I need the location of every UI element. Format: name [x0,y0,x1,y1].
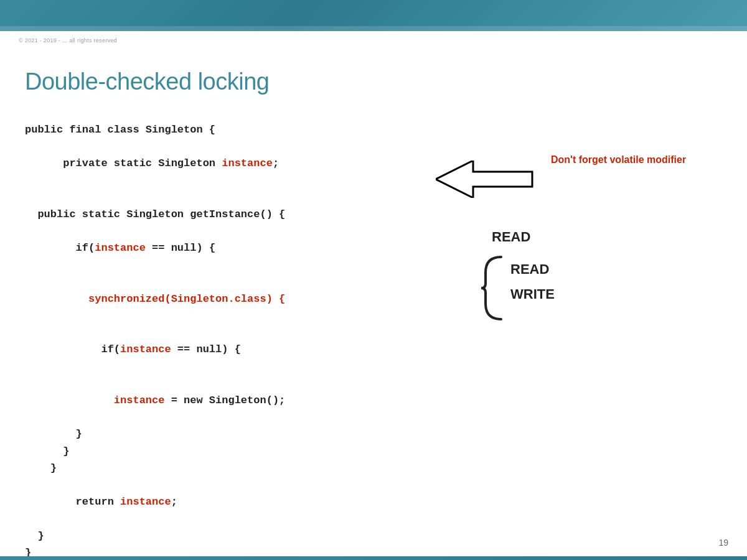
read-label-inner: READ [510,261,549,278]
top-bar [0,0,747,31]
code-line-10: } [25,443,285,460]
code-line-3 [25,189,285,206]
read-label-outer: READ [492,229,530,245]
code-line-12: return instance; [25,477,285,528]
code-line-9: } [25,426,285,442]
arrow-annotation [436,161,535,200]
code-line-5: if(instance == null) { [25,223,285,274]
top-bar-inner [0,26,747,31]
code-line-6: synchronized(Singleton.class) { [25,274,285,325]
code-line-11: } [25,460,285,477]
code-line-4: public static Singleton getInstance() { [25,206,285,223]
page-number: 19 [718,538,728,548]
bottom-bar [0,556,747,560]
code-line-7: if(instance == null) { [25,324,285,375]
code-line-8: instance = new Singleton(); [25,375,285,426]
svg-marker-0 [436,161,532,198]
code-line-2: private static Singleton instance; [25,138,285,189]
write-label: WRITE [510,286,555,302]
code-line-1: public final class Singleton { [25,121,285,138]
slide-meta: © 2021 - 2019 - ... all rights reserved [19,37,117,44]
volatile-note: Don't forget volatile modifier [551,154,686,166]
slide-title: Double-checked locking [25,68,269,95]
code-line-13: } [25,528,285,544]
code-block: public final class Singleton { private s… [25,121,285,560]
